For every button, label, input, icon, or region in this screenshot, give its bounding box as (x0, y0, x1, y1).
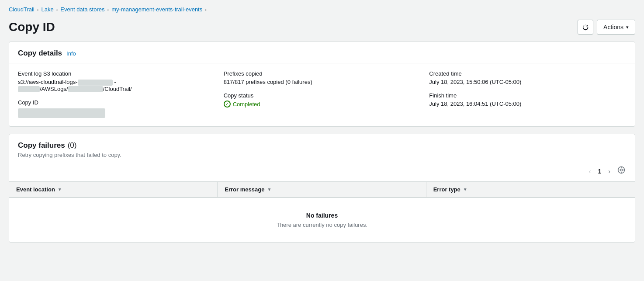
info-link[interactable]: Info (66, 50, 76, 57)
event-log-s3-label: Event log S3 location (18, 70, 215, 77)
created-time-label: Created time (429, 70, 626, 77)
empty-subtitle: There are currently no copy failures. (18, 222, 626, 228)
empty-table-message: No failures There are currently no copy … (9, 198, 635, 242)
refresh-icon (582, 24, 589, 31)
failures-subtitle: Retry copying prefixes that failed to co… (18, 152, 626, 158)
sort-icon-error-type: ▼ (463, 187, 467, 192)
prefixes-copied-label: Prefixes copied (224, 70, 421, 77)
sort-icon-error-message: ▼ (267, 187, 271, 192)
page-title: Copy ID (9, 20, 55, 34)
event-log-s3-value: s3://aws-cloudtrail-logs- - /AWSLogs//Cl… (18, 79, 215, 92)
copy-details-title: Copy details (18, 49, 62, 58)
svg-point-1 (620, 169, 623, 171)
header-actions: Actions ▾ (578, 20, 635, 35)
col-event-location-label: Event location (16, 186, 55, 193)
col-event-location[interactable]: Event location ▼ (9, 182, 218, 197)
breadcrumb-lake[interactable]: Lake (41, 6, 53, 13)
copy-failures-card: Copy failures (0) Retry copying prefixes… (9, 134, 635, 243)
details-grid: Event log S3 location s3://aws-cloudtrai… (9, 63, 635, 126)
breadcrumb-chevron-1: › (37, 7, 39, 12)
col-error-message-label: Error message (225, 186, 264, 193)
event-log-s3-item: Event log S3 location s3://aws-cloudtrai… (18, 70, 215, 119)
failures-count: (0) (68, 141, 77, 150)
breadcrumb-chevron-2: › (56, 7, 58, 12)
next-page-button[interactable]: › (606, 166, 613, 177)
created-time-value: July 18, 2023, 15:50:06 (UTC-05:00) (429, 79, 626, 85)
prefixes-copied-value: 817/817 prefixes copied (0 failures) (224, 79, 421, 85)
col-error-type[interactable]: Error type ▼ (426, 182, 635, 197)
failures-table: Event location ▼ Error message ▼ Error t… (9, 181, 635, 242)
failures-header: Copy failures (0) Retry copying prefixes… (9, 134, 635, 161)
actions-chevron-icon: ▾ (626, 24, 629, 30)
table-settings-button[interactable] (615, 164, 628, 178)
pagination-row: ‹ 1 › (9, 161, 635, 181)
finish-time-value: July 18, 2023, 16:04:51 (UTC-05:00) (429, 101, 626, 107)
actions-label: Actions (603, 24, 623, 31)
col-error-message[interactable]: Error message ▼ (218, 182, 426, 197)
finish-time-label: Finish time (429, 92, 626, 99)
copy-status-value: ✓ Completed (224, 101, 421, 108)
actions-button[interactable]: Actions ▾ (597, 20, 635, 35)
page-header: Copy ID Actions ▾ (0, 17, 644, 42)
page-1-button[interactable]: 1 (596, 166, 604, 177)
col-error-type-label: Error type (433, 186, 460, 193)
breadcrumb-event-data-stores[interactable]: Event data stores (60, 6, 104, 13)
table-header: Event location ▼ Error message ▼ Error t… (9, 182, 635, 198)
prev-page-button[interactable]: ‹ (586, 166, 594, 177)
failures-title: Copy failures (18, 141, 65, 150)
copy-id-label: Copy ID (18, 99, 215, 106)
copy-details-header: Copy details Info (9, 42, 635, 63)
sort-icon-event-location: ▼ (58, 187, 62, 192)
breadcrumb-trail-events[interactable]: my-management-events-trail-events (111, 6, 202, 13)
breadcrumb: CloudTrail › Lake › Event data stores › … (0, 0, 644, 17)
prefixes-item: Prefixes copied 817/817 prefixes copied … (224, 70, 421, 119)
settings-icon (617, 166, 625, 174)
status-completed-icon: ✓ (224, 101, 231, 108)
breadcrumb-chevron-3: › (107, 7, 109, 12)
copy-status-label: Copy status (224, 92, 421, 99)
copy-id-value (18, 108, 105, 118)
refresh-button[interactable] (578, 20, 593, 35)
breadcrumb-cloudtrail[interactable]: CloudTrail (9, 6, 35, 13)
copy-details-card: Copy details Info Event log S3 location … (9, 42, 635, 127)
timestamps-item: Created time July 18, 2023, 15:50:06 (UT… (429, 70, 626, 119)
empty-title: No failures (18, 212, 626, 219)
breadcrumb-chevron-4: › (205, 7, 207, 12)
